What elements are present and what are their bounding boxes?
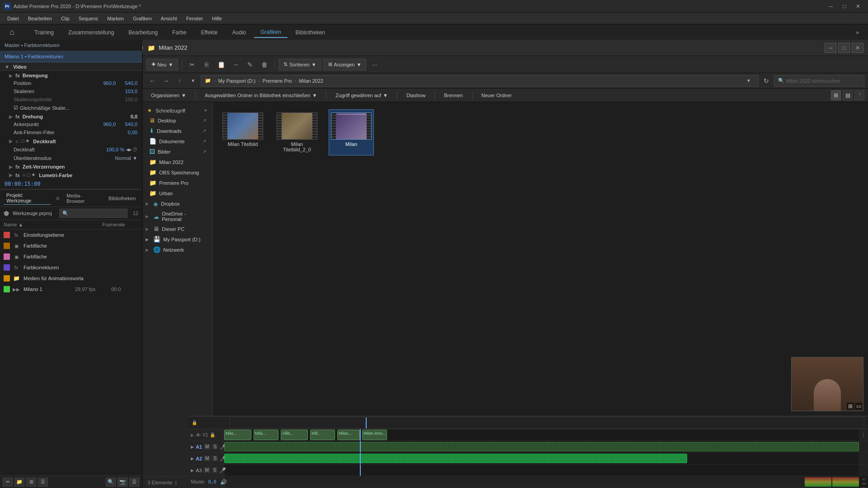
view-button-main[interactable]: ⊞ Anzeigen ▼ [323,59,367,70]
more-options-button[interactable]: ··· [368,59,381,70]
menu-item-grafiken[interactable]: Grafiken [128,14,156,23]
drehung-header[interactable]: ▶ fx Drehung 0,0 [0,112,142,120]
deckkraft-toggle[interactable]: ▶ [9,139,13,144]
bewegung-header[interactable]: ▶ fx Bewegung [0,71,142,79]
sidebar-item-thispc[interactable]: ▶ 🖥 Dieser PC [143,224,212,234]
nav-tab-zusammenstellung[interactable]: Zusammenstellung [62,28,120,38]
menu-item-marken[interactable]: Marken [103,14,128,23]
menu-item-clip[interactable]: Clip [57,14,74,23]
a1-audio-clip[interactable] [224,442,859,451]
new-folder-org-button[interactable]: Neuer Ordner [477,91,516,99]
col-name-header[interactable]: Name ▲ [4,222,102,227]
project-tab-media[interactable]: Media-Browser [64,192,101,205]
sidebar-item-onedrive[interactable]: ▶ ☁ OneDrive - Personal [143,209,212,224]
v1-clip2[interactable]: Mila... [254,430,278,440]
zeitverzerrungen-header[interactable]: ▶ fx Zeit-Verzerrungen [0,162,142,170]
file-item-milan-titelbild[interactable]: Milan Titelbild [220,109,265,155]
back-button[interactable]: ← [146,75,158,87]
project-search[interactable]: 🔍 [59,209,127,218]
a2-s-btn[interactable]: S [212,455,218,461]
breadcrumb-mypassport[interactable]: My Passport (D:) [218,78,256,84]
file-item-milan-titelbild20[interactable]: Milan Titelbild_2_0 [274,109,320,155]
dialog-minimize-button[interactable]: ─ [825,43,836,53]
webcam-expand-button[interactable]: ⊞ [847,403,854,410]
project-tab-project[interactable]: Projekt: Werkzeuge [4,192,51,205]
sidebar-item-bilder[interactable]: 🖼 Bilder ↗ [143,146,212,157]
dialog-maximize-button[interactable]: □ [838,43,850,53]
list-button[interactable]: ☰ [129,478,139,487]
deckkraft-header[interactable]: ▶ ○ □ ✦ Deckkraft [0,136,142,145]
ueberblend-value[interactable]: Normal ▼ [115,155,137,161]
up-button[interactable]: ↑ [174,75,185,87]
a2-audio-clip[interactable] [224,454,687,463]
rename-button[interactable]: ✎ [244,59,256,70]
home-button[interactable]: ⌂ [5,26,19,39]
project-item-einstellungsebene[interactable]: fx Einstellungsebene [0,230,142,240]
delete-button[interactable]: 🗑 [258,59,271,70]
master-value[interactable]: 0,0 [208,479,217,484]
menu-item-fenster[interactable]: Fenster [182,14,208,23]
nav-tab-grafiken[interactable]: Grafiken [254,27,287,38]
menu-item-ansicht[interactable]: Ansicht [156,14,182,23]
project-item-milano1[interactable]: ▶▶ Milano 1 29,97 fps 00:0 [0,284,142,295]
a3-s-btn[interactable]: S [212,467,218,473]
folder-button[interactable]: 📁 [14,478,24,487]
a1-s-btn[interactable]: S [212,444,218,450]
forward-button[interactable]: → [160,75,172,87]
nav-tab-audio[interactable]: Audio [226,28,253,38]
zeitverzerrungen-toggle[interactable]: ▶ [9,164,13,169]
nav-tab-effekte[interactable]: Effekte [194,28,224,38]
new-folder-button[interactable]: ✚ Neu ▼ [146,59,178,70]
nav-tab-farbe[interactable]: Farbe [166,28,193,38]
close-button[interactable]: ✕ [852,1,864,11]
v1-clip1[interactable]: Mila... [224,430,251,440]
slideshow-button[interactable]: Diashow [402,91,430,99]
lumetrifarbe-header[interactable]: ▶ fx ○ □ ✦ Lumetri-Farbe [0,170,142,179]
a2-m-btn[interactable]: M [204,455,210,461]
maximize-button[interactable]: □ [838,1,851,11]
new-item-button[interactable]: ✏ [3,478,13,487]
antiflimmer-value[interactable]: 0,00 [119,130,137,135]
v1-clip5[interactable]: Milan... [337,430,360,440]
breadcrumb-milan2022[interactable]: Milan 2022 [299,78,323,84]
sidebar-item-milan2022[interactable]: 📁 Milan 2022 [143,157,212,167]
project-tab-libraries[interactable]: Bibliotheken [106,195,138,202]
burn-button[interactable]: Brennen [439,91,467,99]
position-x[interactable]: 960,0 [98,80,116,86]
a1-m-btn[interactable]: M [204,444,210,450]
minimize-button[interactable]: ─ [825,1,837,11]
v1-clip6[interactable]: Milan-4mo... [362,430,387,440]
paste-button[interactable]: 📋 [215,59,227,70]
dropdown-button[interactable]: ▼ [743,75,755,87]
view-button[interactable]: ⊞ [26,478,36,487]
drehung-toggle[interactable]: ▶ [9,114,13,119]
settings-button[interactable]: ☰ [38,478,48,487]
sidebar-item-mypassport[interactable]: ▶ 💾 My Passport (D:) [143,234,212,244]
col-fps-header[interactable]: Framerate [102,222,138,227]
nav-tab-bibliotheken[interactable]: Bibliotheken [289,28,331,38]
sidebar-item-urban[interactable]: 📁 Urban [143,188,212,198]
a1-toggle-icon[interactable]: ▶ [191,445,194,449]
file-item-milan[interactable]: Milan [329,109,374,155]
sidebar-item-obs[interactable]: 📁 OBS Speicherung [143,167,212,178]
cut-button[interactable]: ✂ [186,59,198,70]
project-item-farbkorrekturen[interactable]: fx Farbkorrekturen [0,262,142,273]
webcam-settings-button[interactable]: ▭ [855,403,862,410]
sort-button[interactable]: ⇅ Sortieren ▼ [278,59,321,70]
include-folder-button[interactable]: Ausgewählten Ordner in Bibliothek einsch… [200,91,321,99]
help-button[interactable]: ? [854,90,864,100]
copy-button[interactable]: ⎘ [200,59,213,70]
ankerpunkt-x[interactable]: 960,0 [98,122,116,127]
large-icons-view-button[interactable]: ⊞ [831,90,841,100]
nav-tab-training[interactable]: Training [28,28,60,38]
menu-item-bearbeiten[interactable]: Bearbeiten [24,14,57,23]
quick-access-chevron[interactable]: ▼ [203,108,208,113]
project-menu-icon[interactable]: ≡ [56,195,59,202]
position-y[interactable]: 540,0 [119,80,137,86]
v1-clip3[interactable]: Allib... [281,430,308,440]
bewegung-toggle[interactable]: ▶ [9,73,13,78]
sidebar-item-dokumente[interactable]: 📄 Dokumente ↗ [143,136,212,146]
nav-tab-bearbeitung[interactable]: Bearbeitung [122,28,164,38]
list-view-button[interactable]: ▤ [843,90,853,100]
sidebar-item-desktop[interactable]: 🖥 Desktop ↗ [143,115,212,126]
